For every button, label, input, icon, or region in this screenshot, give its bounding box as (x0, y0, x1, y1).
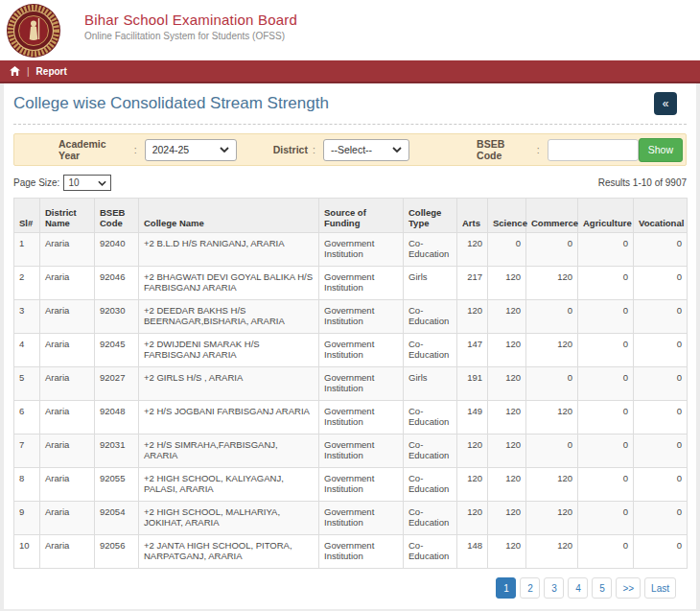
table-cell: +2 H/S SIMRAHA,FARBISGANJ, ARARIA (139, 435, 319, 468)
table-cell: 120 (457, 435, 488, 468)
table-cell: 120 (488, 502, 526, 535)
column-header: District Name (40, 199, 95, 233)
table-cell: 0 (634, 300, 688, 334)
table-cell: 120 (526, 535, 578, 569)
table-cell: Co-Education (404, 233, 457, 267)
table-cell: 6 (14, 401, 40, 435)
table-cell: 92048 (95, 401, 139, 435)
table-row: 6Araria92048+2 H/S JOGBANI FARBISGANJ AR… (14, 401, 688, 435)
content-card: College wise Consolidated Stream Strengt… (4, 83, 696, 609)
column-header: College Type (404, 199, 457, 233)
table-cell: Co-Education (404, 535, 457, 569)
table-cell: 120 (488, 367, 526, 401)
table-cell: 0 (526, 300, 578, 334)
table-cell: Araria (40, 334, 95, 367)
table-cell: +2 GIRLS H/S , ARARIA (139, 367, 319, 401)
table-cell: 92054 (95, 502, 139, 535)
table-cell: 92040 (95, 233, 139, 267)
table-cell: Government Institution (319, 401, 404, 435)
table-cell: 0 (634, 267, 688, 300)
page-button[interactable]: 2 (520, 577, 540, 599)
academic-year-select[interactable]: 2024-25 (145, 139, 237, 161)
column-header: Agriculture (578, 199, 634, 233)
table-cell: 120 (526, 502, 578, 535)
table-cell: 0 (578, 334, 634, 367)
table-cell: 120 (457, 233, 488, 267)
table-cell: 148 (457, 535, 488, 569)
table-cell: 120 (457, 300, 488, 334)
table-cell: Araria (40, 435, 95, 468)
table-cell: 120 (526, 468, 578, 502)
table-cell: 120 (488, 468, 526, 502)
table-cell: Co-Education (404, 334, 457, 367)
table-cell: 0 (578, 435, 634, 468)
table-cell: +2 HIGH SCHOOL, KALIYAGANJ, PALASI, ARAR… (139, 468, 319, 502)
table-row: 8Araria92055+2 HIGH SCHOOL, KALIYAGANJ, … (14, 468, 688, 502)
table-cell: Co-Education (404, 502, 457, 535)
table-cell: Girls (404, 367, 457, 401)
show-button[interactable]: Show (639, 138, 683, 162)
table-cell: 0 (578, 502, 634, 535)
table-cell: Co-Education (404, 300, 457, 334)
table-cell: Government Institution (319, 367, 404, 401)
brand-title: Bihar School Examination Board (84, 12, 700, 28)
page-button[interactable]: 4 (568, 577, 588, 599)
table-header-row: Sl#District NameBSEB CodeCollege NameSou… (14, 199, 688, 233)
table-cell: 0 (634, 401, 688, 435)
table-cell: 191 (457, 367, 488, 401)
report-table: Sl#District NameBSEB CodeCollege NameSou… (13, 198, 688, 569)
table-cell: 9 (14, 502, 40, 535)
column-header: Science (488, 199, 526, 233)
table-cell: 92027 (95, 367, 139, 401)
table-cell: 0 (634, 535, 688, 569)
page-size-select[interactable]: 10 (63, 175, 111, 191)
table-cell: 0 (634, 233, 688, 267)
pagination: 12345>>Last (13, 577, 687, 599)
column-header: Source of Funding (319, 199, 404, 233)
table-cell: 0 (526, 233, 578, 267)
table-cell: 0 (578, 367, 634, 401)
table-row: 4Araria92045+2 DWIJDENI SMARAK H/S FARBI… (14, 334, 688, 367)
district-select[interactable]: --Select-- (323, 139, 409, 161)
table-cell: 120 (457, 468, 488, 502)
colon: : (537, 144, 540, 155)
colon: : (134, 144, 137, 155)
collapse-button[interactable]: « (654, 92, 677, 115)
table-cell: 0 (578, 267, 634, 300)
nav-report-link[interactable]: Report (36, 66, 67, 77)
table-cell: Araria (40, 367, 95, 401)
nav-separator: | (27, 66, 30, 77)
table-cell: +2 DEEDAR BAKHS H/S BEERNAGAR,BISHARIA, … (139, 300, 319, 334)
bseb-code-label: BSEB Code (477, 138, 532, 161)
page-button[interactable]: 1 (496, 577, 516, 599)
table-row: 7Araria92031+2 H/S SIMRAHA,FARBISGANJ, A… (14, 435, 688, 468)
results-text: Results 1-10 of 9907 (598, 177, 687, 188)
table-cell: Government Institution (319, 535, 404, 569)
last-page-button[interactable]: Last (644, 577, 676, 599)
next-pages-button[interactable]: >> (616, 577, 641, 599)
table-cell: 0 (634, 468, 688, 502)
page-title: College wise Consolidated Stream Strengt… (13, 94, 329, 113)
column-header: Sl# (14, 199, 40, 233)
academic-year-value: 2024-25 (152, 144, 190, 155)
app-header: Bihar School Examination Board Online Fa… (0, 0, 700, 60)
table-cell: 92045 (95, 334, 139, 367)
bseb-code-input[interactable] (548, 139, 639, 161)
table-cell: 0 (634, 502, 688, 535)
table-row: 5Araria92027+2 GIRLS H/S , ARARIAGovernm… (14, 367, 688, 401)
chevron-down-icon (392, 147, 402, 153)
table-cell: 5 (14, 367, 40, 401)
table-cell: +2 DWIJDENI SMARAK H/S FARBISGANJ ARARIA (139, 334, 319, 367)
table-cell: 92055 (95, 468, 139, 502)
page-button[interactable]: 3 (544, 577, 564, 599)
column-header: Vocational (634, 199, 688, 233)
table-cell: 120 (526, 334, 578, 367)
home-icon[interactable] (10, 66, 20, 76)
academic-year-label: Academic Year (58, 138, 129, 161)
page-button[interactable]: 5 (592, 577, 612, 599)
table-cell: 8 (14, 468, 40, 502)
title-divider (13, 124, 687, 125)
table-cell: Government Institution (319, 468, 404, 502)
table-cell: Araria (40, 233, 95, 267)
table-cell: Government Institution (319, 300, 404, 334)
